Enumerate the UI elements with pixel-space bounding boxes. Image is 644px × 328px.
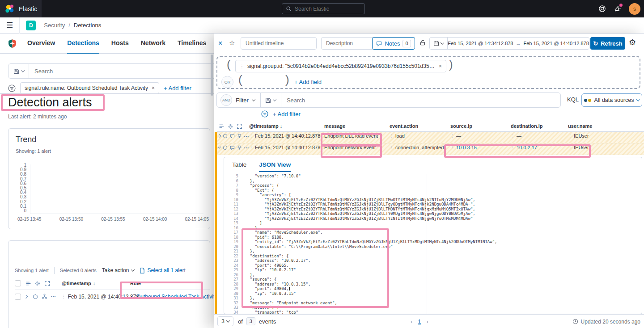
rule-name-filter-pill[interactable]: signal.rule.name: Outbound Scheduled Tas… xyxy=(20,82,159,94)
event-row[interactable]: ••• ⋮Feb 15, 2021 @ 14:40:12.878 Endpoin… xyxy=(217,132,644,143)
alert-rule-link[interactable]: Outbound Scheduled Task Activity xyxy=(136,294,214,300)
event-action[interactable]: connection_attempted xyxy=(395,145,444,150)
user-avatar[interactable]: s xyxy=(629,3,640,15)
expand-row-icon[interactable] xyxy=(218,135,221,138)
drag-handle-icon[interactable]: ⋮ xyxy=(249,134,253,138)
column-timestamp[interactable]: @timestamp ↓ xyxy=(249,123,324,129)
event-status-icon[interactable] xyxy=(33,294,38,299)
more-actions-icon[interactable]: ••• xyxy=(51,294,56,299)
drag-handle-icon[interactable]: ⋮ xyxy=(61,294,66,299)
sort-fields-icon[interactable] xyxy=(219,123,225,129)
select-all-button[interactable]: Select all 1 alert xyxy=(140,267,185,273)
tab-json-view[interactable]: JSON View xyxy=(259,161,291,172)
filter-mode-dropdown[interactable]: AND Filter xyxy=(217,93,261,107)
unlock-icon[interactable] xyxy=(419,39,426,46)
fullscreen-icon[interactable] xyxy=(237,123,242,129)
select-all-checkbox[interactable] xyxy=(15,280,21,286)
tab-table[interactable]: Table xyxy=(232,161,246,172)
tab-timelines[interactable]: Timelines xyxy=(178,34,206,54)
column-user-name[interactable]: user.name xyxy=(568,123,644,129)
pin-icon[interactable] xyxy=(237,134,242,139)
row-checkbox[interactable] xyxy=(15,294,21,300)
breadcrumb-security[interactable]: Security xyxy=(44,22,65,29)
column-event-action[interactable]: event.action xyxy=(390,123,450,129)
alert-row[interactable]: ••• ⋮ Feb 15, 2021 @ 14:40:12.878 ⋮ Outb… xyxy=(15,289,210,303)
data-sources-button[interactable]: All data sources xyxy=(581,93,642,107)
expand-row-icon[interactable] xyxy=(24,294,28,298)
kql-button[interactable]: KQL xyxy=(567,96,579,103)
drag-handle-icon[interactable]: ⋮ xyxy=(568,134,572,138)
tab-network[interactable]: Network xyxy=(141,34,165,54)
column-destination-ip[interactable]: destination.ip xyxy=(511,123,568,129)
tab-detections[interactable]: Detections xyxy=(67,34,99,54)
add-note-icon[interactable] xyxy=(230,145,235,150)
event-source-ip[interactable]: 10.0.3.15 xyxy=(456,145,477,150)
date-range[interactable]: Feb 15, 2021 @ 14:34:12.878 → Feb 15, 20… xyxy=(448,41,589,46)
filter-options-icon[interactable] xyxy=(261,110,268,118)
filter-options-icon[interactable] xyxy=(8,84,16,92)
elastic-home-link[interactable]: Elastic xyxy=(0,0,42,17)
drag-handle-icon[interactable]: ⋮ xyxy=(450,145,454,150)
event-action[interactable]: load xyxy=(395,133,405,139)
event-destination-ip[interactable]: — xyxy=(517,133,521,139)
notes-button[interactable]: Notes 0 xyxy=(372,37,415,50)
alerts-search-input[interactable] xyxy=(29,68,214,75)
more-actions-icon[interactable]: ••• xyxy=(244,146,249,150)
take-action-button[interactable]: Take action xyxy=(102,267,135,273)
saved-query-menu[interactable] xyxy=(261,93,281,107)
column-timestamp[interactable]: @timestamp xyxy=(62,281,91,286)
menu-icon[interactable]: ☰ xyxy=(6,21,13,30)
date-picker-menu[interactable] xyxy=(430,38,448,49)
global-search-input[interactable] xyxy=(295,6,364,12)
saved-query-menu[interactable] xyxy=(8,64,29,78)
more-actions-icon[interactable]: ••• xyxy=(244,134,249,138)
drag-handle-icon[interactable]: ⋮ xyxy=(511,145,515,150)
app-badge[interactable]: D xyxy=(26,21,36,30)
pin-icon[interactable] xyxy=(237,145,242,150)
drag-handle-icon[interactable]: ⋮ xyxy=(240,64,244,69)
remove-filter-icon[interactable]: × xyxy=(152,85,155,91)
column-source-ip[interactable]: source.ip xyxy=(450,123,511,129)
drag-handle-icon[interactable]: ⋮ xyxy=(249,145,253,150)
tab-overview[interactable]: Overview xyxy=(27,34,55,54)
close-timeline-icon[interactable]: × xyxy=(218,39,222,47)
date-from[interactable]: Feb 15, 2021 @ 14:34:12.878 xyxy=(448,41,513,46)
sort-fields-icon[interactable] xyxy=(25,281,31,286)
group-id-filter-pill[interactable]: ⋮ signal.group.id: "5c0914b2e0b4edd4ebcc… xyxy=(235,60,446,72)
scrollbar[interactable] xyxy=(211,55,213,96)
fullscreen-icon[interactable] xyxy=(44,281,50,286)
json-code-block[interactable]: 5 "version": "7.10.0" 6 }, 7 "process": … xyxy=(226,174,640,314)
favorite-star-icon[interactable]: ☆ xyxy=(229,39,235,47)
event-message[interactable]: Endpoint network event xyxy=(324,145,376,150)
add-field-link[interactable]: + Add field xyxy=(294,79,322,85)
table-settings-icon[interactable] xyxy=(35,281,41,286)
event-status-icon[interactable] xyxy=(223,145,228,150)
drag-handle-icon[interactable]: ⋮ xyxy=(568,145,572,150)
column-message[interactable]: message xyxy=(324,123,390,129)
event-user-name[interactable]: IEUser xyxy=(574,145,589,150)
next-page-icon[interactable]: › xyxy=(427,318,428,325)
add-filter-link[interactable]: + Add filter xyxy=(164,85,191,92)
timeline-search-input[interactable] xyxy=(281,97,560,104)
add-note-icon[interactable] xyxy=(230,134,235,139)
date-to[interactable]: Feb 15, 2021 @ 14:40:12.878 xyxy=(524,41,589,46)
event-message[interactable]: Endpoint DLL load event xyxy=(324,133,378,139)
column-rule[interactable]: Rule xyxy=(130,281,141,286)
add-filter-link[interactable]: + Add filter xyxy=(273,111,301,118)
refresh-button[interactable]: ↻ Refresh xyxy=(590,37,625,50)
drag-handle-icon[interactable]: ⋮ xyxy=(450,134,454,138)
page-size-select[interactable]: 3 xyxy=(217,316,233,326)
timeline-title-input[interactable] xyxy=(241,37,317,50)
tab-hosts[interactable]: Hosts xyxy=(111,34,129,54)
table-settings-icon[interactable] xyxy=(228,123,233,129)
page-number[interactable]: 1 xyxy=(418,318,421,325)
event-source-ip[interactable]: — xyxy=(456,133,461,139)
event-status-icon[interactable] xyxy=(223,134,228,139)
help-icon[interactable] xyxy=(598,5,606,13)
drag-handle-icon[interactable]: ⋮ xyxy=(390,145,394,150)
timeline-query-builder[interactable]: ( ⋮ signal.group.id: "5c0914b2e0b4edd4eb… xyxy=(216,56,640,89)
global-search[interactable] xyxy=(282,3,365,14)
whats-new-icon[interactable] xyxy=(614,5,621,13)
analyze-event-icon[interactable] xyxy=(42,294,47,299)
event-user-name[interactable]: IEUser xyxy=(574,133,589,139)
